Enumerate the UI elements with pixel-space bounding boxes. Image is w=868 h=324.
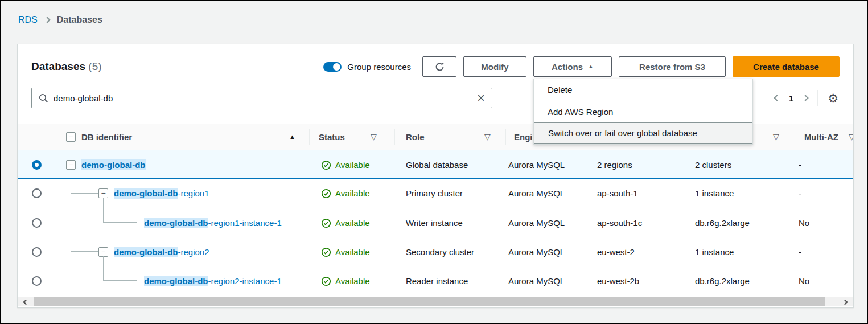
db-identifier-link[interactable]: demo-global-db-region2-instance-1	[144, 266, 282, 295]
engine-cell: Aurora MySQL	[508, 237, 565, 266]
region-filter-icon[interactable]: ▽	[773, 124, 779, 150]
row-radio-button[interactable]	[32, 218, 42, 228]
pagination: 1 ⚙	[775, 88, 838, 108]
table-row: − demo-global-db-region2 Available Secon…	[18, 237, 853, 266]
size-cell: 1 instance	[695, 237, 734, 266]
role-filter-icon[interactable]: ▽	[484, 124, 491, 150]
db-identifier-link[interactable]: demo-global-db-region1	[114, 179, 209, 208]
engine-cell: Aurora MySQL	[508, 150, 565, 179]
status-cell: Available	[321, 179, 370, 208]
status-cell: Available	[321, 266, 370, 295]
menu-item-add-aws-region[interactable]: Add AWS Region	[534, 101, 752, 122]
status-text: Available	[335, 208, 370, 237]
scroll-right-button[interactable]	[837, 297, 853, 306]
expand-toggle-icon[interactable]: −	[66, 160, 76, 170]
resource-count: (5)	[88, 60, 101, 72]
available-check-icon	[321, 247, 331, 257]
settings-gear-icon[interactable]: ⚙	[828, 92, 838, 104]
role-cell: Reader instance	[406, 266, 468, 295]
expand-toggle-icon[interactable]: −	[98, 188, 108, 198]
clear-search-icon[interactable]: ×	[477, 92, 485, 104]
breadcrumb: RDS Databases	[18, 15, 102, 25]
role-cell: Writer instance	[406, 208, 463, 237]
size-cell: 2 clusters	[695, 150, 731, 179]
databases-table: − DB identifier ▲ Status ▽ Role ▽ Engine…	[18, 124, 853, 295]
size-cell: 1 instance	[695, 179, 734, 208]
search-match-highlight: demo-global-db	[144, 218, 208, 228]
search-input[interactable]	[54, 93, 472, 103]
multi-az-cell: No	[799, 266, 809, 295]
region-cell: 2 regions	[597, 150, 632, 179]
engine-cell: Aurora MySQL	[508, 266, 565, 295]
db-identifier-link[interactable]: demo-global-db-region2	[114, 237, 209, 266]
db-identifier-suffix: -region2	[178, 247, 209, 257]
refresh-icon	[434, 61, 445, 72]
table-body: − demo-global-db Available Global databa…	[18, 150, 853, 295]
multi-az-cell: No	[799, 208, 809, 237]
modify-button[interactable]: Modify	[463, 56, 526, 77]
refresh-button[interactable]	[422, 56, 456, 77]
db-identifier-suffix: -region1	[178, 188, 209, 198]
row-radio-button[interactable]	[32, 276, 42, 286]
rds-console-screen: RDS Databases Databases (5) Group resour…	[0, 0, 868, 324]
search-icon	[39, 93, 48, 103]
column-db-identifier[interactable]: DB identifier	[81, 124, 132, 150]
breadcrumb-chevron-icon	[44, 17, 50, 23]
status-cell: Available	[321, 237, 370, 266]
row-radio-button[interactable]	[32, 247, 42, 257]
column-divider	[394, 129, 395, 145]
column-status[interactable]: Status	[319, 124, 345, 150]
row-radio-button[interactable]	[32, 160, 42, 170]
next-page-icon[interactable]	[803, 95, 809, 101]
multi-az-cell: -	[799, 237, 801, 266]
status-filter-icon[interactable]: ▽	[371, 124, 377, 150]
create-database-button[interactable]: Create database	[733, 56, 840, 77]
current-page[interactable]: 1	[789, 93, 793, 103]
breadcrumb-rds-link[interactable]: RDS	[18, 15, 38, 25]
available-check-icon	[321, 218, 331, 228]
db-identifier-link[interactable]: demo-global-db-region1-instance-1	[144, 208, 282, 237]
engine-cell: Aurora MySQL	[508, 179, 565, 208]
multi-az-cell: -	[799, 150, 801, 179]
header-actions: Group resources Modify Actions ▲ Restore…	[323, 56, 840, 77]
menu-item-switchover-failover[interactable]: Switch over or fail over global database	[534, 122, 752, 144]
sort-ascending-icon[interactable]: ▲	[289, 124, 295, 150]
menu-item-delete[interactable]: Delete	[534, 79, 752, 101]
scroll-left-icon	[23, 299, 29, 305]
search-match-highlight: demo-global-db	[114, 188, 178, 199]
status-text: Available	[335, 179, 370, 208]
table-row: demo-global-db-region2-instance-1 Availa…	[18, 266, 853, 295]
scrollbar-thumb[interactable]	[34, 297, 825, 306]
region-cell: ap-south-1c	[597, 208, 642, 237]
restore-from-s3-button[interactable]: Restore from S3	[619, 56, 726, 77]
collapse-all-toggle[interactable]: −	[66, 132, 76, 142]
toggle-knob	[333, 63, 340, 71]
table-row: − demo-global-db-region1 Available Prima…	[18, 179, 853, 208]
search-match-highlight: demo-global-db	[114, 247, 178, 257]
previous-page-icon[interactable]	[774, 95, 780, 101]
breadcrumb-current: Databases	[57, 15, 102, 25]
scroll-left-button[interactable]	[18, 297, 34, 306]
column-divider	[505, 129, 506, 145]
caret-up-icon: ▲	[588, 64, 594, 69]
engine-cell: Aurora MySQL	[508, 208, 565, 237]
pagination-divider	[817, 90, 818, 106]
available-check-icon	[321, 160, 331, 170]
status-cell: Available	[321, 208, 370, 237]
role-cell: Global database	[406, 150, 468, 179]
group-resources-label: Group resources	[347, 62, 411, 72]
column-multi-az[interactable]: Multi-AZ	[804, 124, 838, 150]
region-cell: ap-south-1	[597, 179, 638, 208]
role-cell: Primary cluster	[406, 179, 463, 208]
search-match-highlight: demo-global-db	[144, 276, 208, 286]
row-radio-button[interactable]	[32, 188, 42, 198]
search-box: ×	[31, 88, 492, 108]
multi-az-filter-icon[interactable]: ▽	[849, 124, 853, 150]
actions-button[interactable]: Actions ▲	[533, 56, 612, 77]
db-identifier-link[interactable]: demo-global-db	[81, 150, 146, 179]
actions-button-label: Actions	[552, 62, 583, 72]
horizontal-scrollbar	[18, 297, 853, 306]
expand-toggle-icon[interactable]: −	[98, 247, 108, 257]
column-role[interactable]: Role	[406, 124, 425, 150]
group-resources-toggle[interactable]	[323, 62, 342, 72]
